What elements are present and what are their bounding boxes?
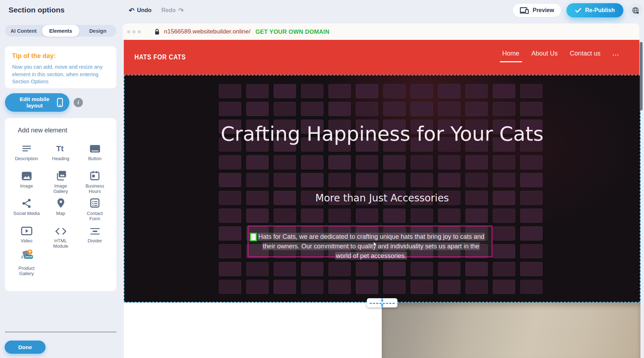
- hero-tile: [274, 262, 296, 276]
- hero-tile-grid: [219, 84, 543, 294]
- redo-label: Redo: [162, 7, 176, 14]
- language-globe-button[interactable]: [628, 3, 643, 17]
- element-item-label: Description: [13, 156, 41, 161]
- hero-tile: [520, 244, 543, 258]
- panel-divider: [5, 332, 116, 332]
- hero-tile: [246, 280, 269, 294]
- hero-tile: [219, 244, 241, 258]
- hero-tile: [328, 262, 351, 276]
- button-icon: [89, 142, 101, 153]
- hero-tile: [246, 155, 269, 169]
- hero-tile: [219, 173, 241, 187]
- hero-tile: [301, 84, 323, 98]
- svg-text:SHOP: SHOP: [25, 255, 32, 258]
- undo-label: Undo: [137, 7, 152, 14]
- hero-tile: [465, 155, 488, 169]
- drag-handle[interactable]: [250, 233, 257, 241]
- element-item-social-media[interactable]: Social Media: [11, 197, 43, 224]
- page-title: Section options: [9, 6, 65, 14]
- preview-button[interactable]: Preview: [512, 3, 561, 17]
- element-item-label: Button: [81, 156, 109, 161]
- app-root: Section options ↶ Undo Redo ↷ Preview: [0, 0, 644, 358]
- hero-tile: [383, 173, 406, 187]
- hero-tile: [411, 209, 433, 223]
- hero-tile: [411, 173, 433, 187]
- nav-item-about-us[interactable]: About Us: [532, 50, 558, 59]
- globe-icon: [631, 6, 640, 15]
- image-gallery-icon: [55, 169, 67, 181]
- contact-form-icon: [90, 197, 100, 208]
- nav-item-contact-us[interactable]: Contact us: [570, 50, 601, 59]
- scrollbar-thumb[interactable]: [640, 42, 643, 110]
- hero-tile: [356, 102, 378, 116]
- hero-tile: [274, 209, 296, 223]
- site-preview: n1566589.websitebuilder.online/ GET YOUR…: [123, 21, 644, 358]
- edit-mobile-layout-button[interactable]: Edit mobile layout: [5, 93, 69, 112]
- element-item-product-gallery[interactable]: SHOPProduct Gallery: [11, 252, 43, 279]
- redo-button[interactable]: Redo ↷: [162, 7, 184, 14]
- element-item-label: Map: [47, 211, 75, 216]
- undo-button[interactable]: ↶ Undo: [129, 7, 152, 14]
- hero-tile: [493, 244, 515, 258]
- hero-tile: [301, 102, 323, 116]
- done-button[interactable]: Done: [5, 341, 46, 354]
- tab-design[interactable]: Design: [79, 25, 116, 37]
- hero-description-element[interactable]: Hats for Cats, we are dedicated to craft…: [248, 226, 492, 257]
- edit-mobile-layout-label: Edit mobile layout: [12, 96, 57, 109]
- browser-dot: [132, 30, 136, 33]
- hero-tile: [246, 262, 269, 276]
- element-item-description[interactable]: Description: [11, 142, 43, 169]
- browser-dots: [127, 30, 141, 33]
- add-new-element-card: Add new element DescriptionTtHeadingButt…: [5, 118, 116, 291]
- republish-button[interactable]: Re-Publish: [566, 3, 623, 17]
- hero-tile: [493, 226, 515, 241]
- nav-item-more[interactable]: ...: [613, 51, 619, 58]
- element-item-map[interactable]: Map: [45, 197, 77, 224]
- nav-item-home[interactable]: Home: [502, 50, 519, 59]
- hero-tile: [493, 280, 515, 294]
- hero-tile: [328, 209, 351, 223]
- hero-title[interactable]: Crafting Happiness for Your Cats: [124, 120, 640, 148]
- hero-tile: [274, 280, 296, 294]
- hero-tile: [219, 226, 241, 241]
- element-item-video[interactable]: Video: [11, 224, 43, 252]
- element-item-heading[interactable]: TtHeading: [45, 142, 77, 169]
- element-item-image[interactable]: Image: [11, 169, 43, 197]
- info-icon[interactable]: i: [74, 98, 83, 107]
- map-icon: [57, 197, 65, 208]
- hero-tile: [438, 84, 460, 98]
- element-item-label: Contact Form: [81, 211, 109, 222]
- hero-tile: [356, 280, 378, 294]
- lock-icon: [154, 28, 160, 35]
- element-item-label: Video: [13, 238, 41, 243]
- hero-tile: [328, 173, 351, 187]
- element-item-image-gallery[interactable]: Image Gallery: [45, 169, 77, 197]
- hero-tile: [438, 155, 460, 169]
- get-your-own-domain-link[interactable]: GET YOUR OWN DOMAIN: [255, 28, 329, 35]
- hero-tile: [520, 155, 543, 169]
- hero-tile: [246, 84, 269, 98]
- add-element-grid: DescriptionTtHeadingButtonImageImage Gal…: [5, 142, 116, 279]
- hero-tile: [246, 209, 269, 223]
- section-resize-handle[interactable]: [367, 298, 397, 307]
- hero-tile: [246, 102, 269, 116]
- redo-icon: ↷: [178, 7, 184, 14]
- element-item-label: Heading: [47, 156, 75, 161]
- element-item-button[interactable]: Button: [79, 142, 111, 169]
- hero-subtitle[interactable]: More than Just Accessories: [124, 192, 640, 204]
- hero-tile: [356, 84, 378, 98]
- element-item-html-module[interactable]: HTML Module: [45, 224, 77, 252]
- hero-tile: [328, 102, 351, 116]
- hero-tile: [301, 280, 323, 294]
- element-item-business-hours[interactable]: Business Hours: [79, 169, 111, 197]
- tab-ai-content[interactable]: AI Content: [5, 25, 42, 37]
- hero-tile: [520, 173, 543, 187]
- element-item-contact-form[interactable]: Contact Form: [79, 197, 111, 224]
- resize-arrows-icon: [379, 298, 385, 307]
- republish-label: Re-Publish: [585, 7, 615, 14]
- topbar-actions: Preview Re-Publish: [512, 3, 643, 17]
- hero-tile: [411, 102, 433, 116]
- element-item-divider[interactable]: Divider: [79, 224, 111, 252]
- tab-elements[interactable]: Elements: [42, 25, 79, 37]
- hero-tile: [219, 155, 241, 169]
